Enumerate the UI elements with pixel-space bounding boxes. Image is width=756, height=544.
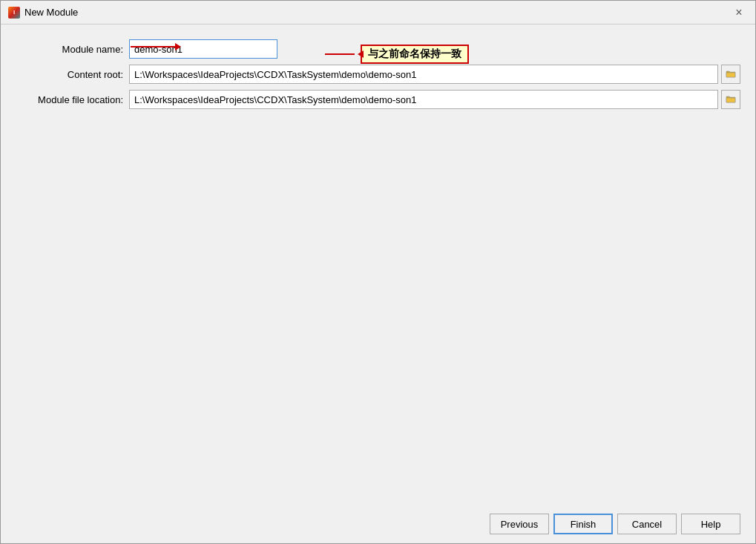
content-root-browse-button[interactable]: [721, 65, 740, 84]
module-file-location-input-wrapper: [129, 90, 740, 109]
arrow-head: [175, 43, 181, 50]
module-name-row: Module name: 与之前命名保持一致: [16, 39, 740, 59]
arrow-line: [131, 46, 175, 47]
title-bar-left: I New Module: [8, 7, 78, 19]
module-file-location-label: Module file location:: [16, 94, 123, 105]
new-module-dialog: I New Module × Module name: 与之前命名保持一致 Co…: [0, 0, 756, 544]
content-root-label: Content root:: [16, 69, 123, 80]
module-file-location-row: Module file location:: [16, 90, 740, 109]
svg-rect-1: [726, 98, 735, 102]
module-file-location-browse-button[interactable]: [721, 90, 740, 109]
annotation-tooltip: 与之前命名保持一致: [361, 45, 469, 64]
close-button[interactable]: ×: [730, 4, 748, 22]
folder-icon-2: [726, 95, 736, 104]
svg-rect-0: [726, 73, 735, 77]
help-button[interactable]: Help: [681, 514, 740, 534]
content-root-input[interactable]: [129, 65, 718, 84]
dialog-footer: Previous Finish Cancel Help: [1, 505, 755, 543]
cancel-button[interactable]: Cancel: [617, 514, 677, 534]
arrow-annotation: 与之前命名保持一致: [131, 43, 181, 50]
title-bar: I New Module ×: [1, 1, 755, 24]
app-icon: I: [8, 7, 20, 19]
finish-button[interactable]: Finish: [553, 514, 613, 534]
dialog-body: Module name: 与之前命名保持一致 Content root:: [1, 24, 755, 505]
folder-icon: [726, 70, 736, 79]
module-name-label: Module name:: [16, 44, 123, 55]
content-area: [16, 115, 740, 497]
previous-button[interactable]: Previous: [490, 514, 549, 534]
content-root-row: Content root:: [16, 65, 740, 84]
dialog-title: New Module: [24, 7, 78, 18]
module-name-input-wrapper: 与之前命名保持一致: [129, 39, 740, 59]
module-file-location-input[interactable]: [129, 90, 718, 109]
content-root-input-wrapper: [129, 65, 740, 84]
